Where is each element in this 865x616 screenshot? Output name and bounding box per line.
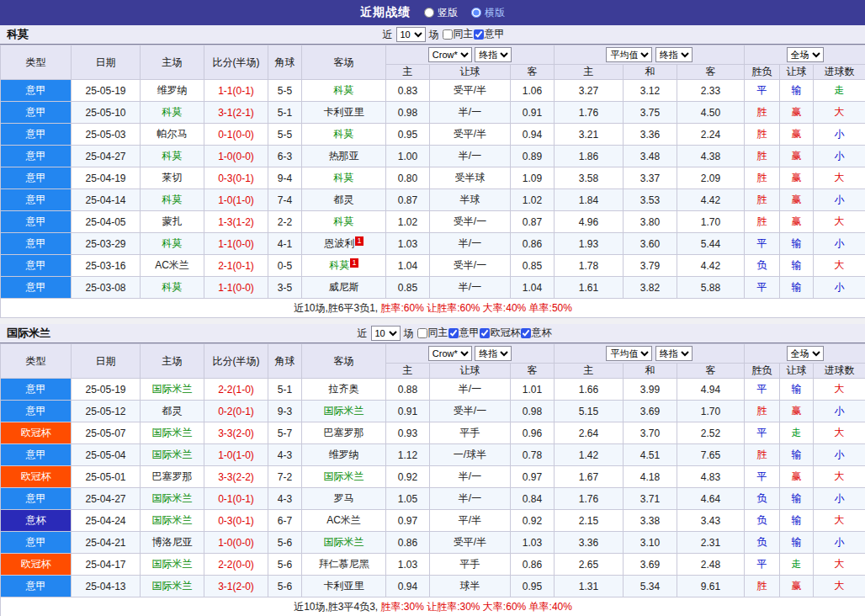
filter-checkbox-意杯[interactable]: 意杯 — [521, 326, 552, 340]
away-team[interactable]: 都灵 — [302, 189, 386, 211]
away-team[interactable]: 国际米兰 — [302, 466, 386, 488]
away-team[interactable]: 巴塞罗那 — [302, 422, 386, 444]
away-team[interactable]: AC米兰 — [302, 510, 386, 532]
euro-home-odds: 2.15 — [555, 510, 624, 532]
horizontal-radio-input[interactable] — [471, 8, 481, 18]
euro-final-index-select[interactable]: 终指 — [655, 47, 693, 62]
result-outcome: 胜 — [745, 102, 780, 124]
filter-checkbox-input[interactable] — [474, 29, 484, 40]
asian-away-odds: 0.86 — [511, 554, 555, 576]
corner-score: 5-5 — [268, 124, 302, 146]
asian-home-odds: 0.88 — [386, 379, 430, 401]
away-team[interactable]: 卡利亚里 — [302, 102, 386, 124]
match-date: 25-04-19 — [72, 167, 141, 189]
filter-checkbox-label: 意甲 — [485, 27, 505, 41]
euro-draw-odds: 4.51 — [624, 444, 677, 466]
score: 0-3(0-1) — [204, 510, 268, 532]
corner-score: 4-1 — [268, 233, 302, 255]
filter-checkbox-欧冠杯[interactable]: 欧冠杯 — [480, 326, 521, 340]
home-team[interactable]: 科莫 — [141, 146, 204, 167]
home-team[interactable]: 博洛尼亚 — [141, 532, 204, 554]
odds-provider-select[interactable]: Crow* — [428, 346, 472, 361]
away-team[interactable]: 科莫 — [302, 167, 386, 189]
filter-checkbox-意甲[interactable]: 意甲 — [448, 326, 480, 340]
away-team[interactable]: 科莫1 — [302, 255, 386, 277]
euro-draw-odds: 3.53 — [624, 189, 677, 211]
home-team[interactable]: 维罗纳 — [141, 80, 204, 102]
score: 1-3(1-2) — [204, 211, 268, 233]
away-team[interactable]: 威尼斯 — [302, 277, 386, 299]
result-goals: 大 — [814, 554, 865, 576]
result-goals: 大 — [814, 379, 865, 401]
euro-home-odds: 4.96 — [555, 211, 624, 233]
filter-checkbox-input[interactable] — [448, 328, 459, 338]
euro-average-select[interactable]: 平均值 — [606, 47, 652, 62]
euro-final-index-select[interactable]: 终指 — [655, 346, 693, 361]
filter-checkbox-意甲[interactable]: 意甲 — [474, 27, 505, 41]
recent-count-select[interactable]: 10 — [371, 326, 401, 341]
away-team[interactable]: 拉齐奥 — [302, 379, 386, 401]
home-team[interactable]: AC米兰 — [141, 255, 204, 277]
corner-score: 5-1 — [268, 102, 302, 124]
home-team[interactable]: 国际米兰 — [141, 422, 204, 444]
home-team[interactable]: 巴塞罗那 — [141, 466, 204, 488]
home-team[interactable]: 科莫 — [141, 233, 204, 255]
match-row: 意甲25-05-03帕尔马0-1(0-0)5-5科莫0.95受平/半0.943.… — [1, 124, 865, 146]
home-team[interactable]: 莱切 — [141, 167, 204, 189]
vertical-radio-input[interactable] — [424, 8, 434, 18]
result-outcome: 平 — [745, 554, 780, 576]
asian-home-odds: 1.00 — [386, 146, 430, 167]
away-team[interactable]: 恩波利1 — [302, 233, 386, 255]
layout-radio-horizontal[interactable]: 横版 — [471, 6, 505, 20]
home-team[interactable]: 帕尔马 — [141, 124, 204, 146]
filter-checkbox-同主[interactable]: 同主 — [417, 326, 448, 340]
euro-average-select[interactable]: 平均值 — [606, 346, 652, 361]
asian-away-odds: 0.98 — [511, 401, 555, 422]
recent-count-select[interactable]: 10 — [396, 27, 426, 42]
filter-checkbox-input[interactable] — [443, 29, 453, 40]
away-team[interactable]: 科莫 — [302, 211, 386, 233]
home-team[interactable]: 国际米兰 — [141, 379, 204, 401]
result-outcome: 胜 — [745, 189, 780, 211]
euro-away-odds: 9.61 — [677, 576, 745, 597]
corner-score: 3-5 — [268, 277, 302, 299]
filter-checkbox-input[interactable] — [417, 328, 427, 338]
away-team[interactable]: 罗马 — [302, 488, 386, 510]
home-team[interactable]: 都灵 — [141, 401, 204, 422]
section-divider — [0, 318, 865, 324]
home-team[interactable]: 科莫 — [141, 102, 204, 124]
asian-final-index-select[interactable]: 终指 — [475, 346, 512, 361]
home-team[interactable]: 蒙扎 — [141, 211, 204, 233]
filter-checkbox-同主[interactable]: 同主 — [443, 27, 474, 41]
away-team[interactable]: 国际米兰 — [302, 401, 386, 422]
home-team[interactable]: 科莫 — [141, 277, 204, 299]
filter-checkbox-input[interactable] — [521, 328, 531, 338]
away-team[interactable]: 科莫 — [302, 124, 386, 146]
scope-select[interactable]: 全场 — [787, 47, 824, 62]
away-team[interactable]: 维罗纳 — [302, 444, 386, 466]
scope-select[interactable]: 全场 — [787, 346, 824, 361]
away-team[interactable]: 国际米兰 — [302, 532, 386, 554]
score: 1-0(0-0) — [204, 146, 268, 167]
away-team[interactable]: 卡利亚里 — [302, 576, 386, 597]
odds-provider-select[interactable]: Crow* — [428, 47, 472, 62]
filter-checkbox-input[interactable] — [480, 328, 490, 338]
result-handicap: 输 — [780, 488, 814, 510]
layout-radio-vertical[interactable]: 竖版 — [424, 6, 458, 20]
away-team[interactable]: 热那亚 — [302, 146, 386, 167]
away-team[interactable]: 科莫 — [302, 80, 386, 102]
match-date: 25-03-29 — [72, 233, 141, 255]
result-header: 全场 — [745, 344, 865, 364]
away-team[interactable]: 拜仁慕尼黑 — [302, 554, 386, 576]
home-team[interactable]: 国际米兰 — [141, 576, 204, 597]
asian-handicap: 半/一 — [430, 277, 511, 299]
home-team[interactable]: 国际米兰 — [141, 488, 204, 510]
result-goals: 大 — [814, 466, 865, 488]
home-team[interactable]: 国际米兰 — [141, 554, 204, 576]
asian-final-index-select[interactable]: 终指 — [475, 47, 512, 62]
corner-score: 5-1 — [268, 379, 302, 401]
home-team[interactable]: 国际米兰 — [141, 444, 204, 466]
home-team[interactable]: 国际米兰 — [141, 510, 204, 532]
match-row: 意甲25-03-29科莫1-1(0-0)4-1恩波利11.03半/一0.861.… — [1, 233, 865, 255]
home-team[interactable]: 科莫 — [141, 189, 204, 211]
